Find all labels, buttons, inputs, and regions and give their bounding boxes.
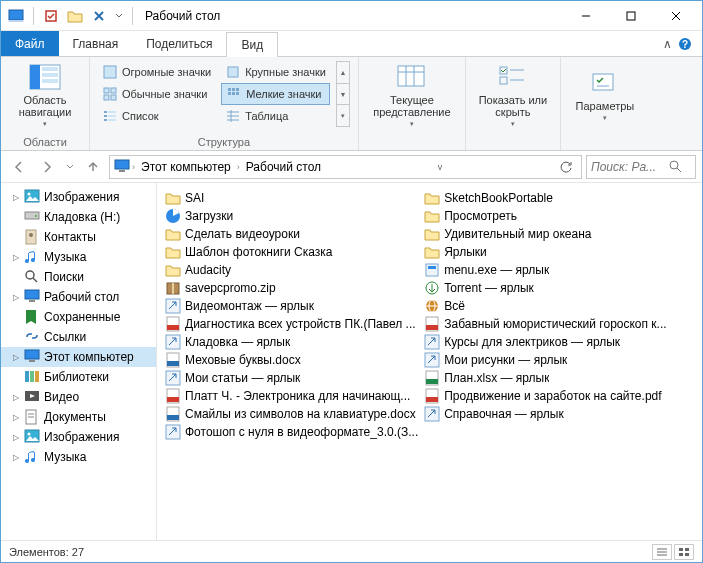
file-item[interactable]: Платт Ч. - Электроника для начинающ... — [165, 387, 424, 405]
tree-item[interactable]: Ссылки — [1, 327, 156, 347]
navigation-pane-button[interactable]: Область навигации ▾ — [9, 61, 81, 131]
file-item[interactable]: Видеомонтаж — ярлык — [165, 297, 424, 315]
breadcrumb[interactable]: › Этот компьютер › Рабочий стол v — [109, 155, 582, 179]
file-item[interactable]: Курсы для электриков — ярлык — [424, 333, 683, 351]
file-item[interactable]: Audacity — [165, 261, 424, 279]
tree-item-label: Библиотеки — [44, 370, 109, 384]
tree-item[interactable]: ▷Видео — [1, 387, 156, 407]
file-item[interactable]: План.xlsx — ярлык — [424, 369, 683, 387]
twisty-icon[interactable]: ▷ — [11, 253, 20, 262]
file-item[interactable]: Torrent — ярлык — [424, 279, 683, 297]
twisty-icon[interactable]: ▷ — [11, 293, 20, 302]
file-item[interactable]: Шаблон фотокниги Сказка — [165, 243, 424, 261]
twisty-icon[interactable]: ▷ — [11, 453, 20, 462]
file-item[interactable]: Загрузки — [165, 207, 424, 225]
collapse-ribbon-button[interactable]: ∧ — [663, 37, 672, 51]
twisty-icon[interactable]: ▷ — [11, 413, 20, 422]
qat-properties-button[interactable] — [40, 5, 62, 27]
file-item[interactable]: Справочная — ярлык — [424, 405, 683, 423]
tree-item[interactable]: Сохраненные — [1, 307, 156, 327]
tree-item[interactable]: ▷Документы — [1, 407, 156, 427]
file-item[interactable]: Кладовка — ярлык — [165, 333, 424, 351]
file-item[interactable]: Мои рисунки — ярлык — [424, 351, 683, 369]
up-button[interactable] — [81, 155, 105, 179]
search-box[interactable] — [586, 155, 696, 179]
twisty-icon[interactable]: ▷ — [11, 353, 20, 362]
file-item[interactable]: Диагностика всех устройств ПК.(Павел ... — [165, 315, 424, 333]
qat-dropdown-button[interactable] — [112, 5, 126, 27]
qat-new-folder-button[interactable] — [64, 5, 86, 27]
tab-share[interactable]: Поделиться — [132, 31, 226, 56]
forward-button[interactable] — [35, 155, 59, 179]
tree-item[interactable]: ▷Изображения — [1, 427, 156, 447]
tree-item[interactable]: ▷Рабочий стол — [1, 287, 156, 307]
file-item[interactable]: Меховые буквы.docx — [165, 351, 424, 369]
close-button[interactable] — [653, 2, 698, 30]
pc-icon — [114, 159, 130, 175]
file-item[interactable]: Ярлыки — [424, 243, 683, 261]
file-item[interactable]: Удивительный мир океана — [424, 225, 683, 243]
tree-item[interactable]: Кладовка (H:) — [1, 207, 156, 227]
chevron-right-icon[interactable]: › — [132, 162, 135, 172]
current-view-button[interactable]: Текущее представление ▾ — [367, 61, 457, 131]
svg-rect-28 — [232, 92, 235, 95]
layout-extra-large[interactable]: Огромные значки — [98, 61, 215, 83]
tree-item[interactable]: ▷Музыка — [1, 447, 156, 467]
file-item[interactable]: Фотошоп с нуля в видеоформате_3.0.(З... — [165, 423, 424, 441]
layout-small[interactable]: Мелкие значки — [221, 83, 330, 105]
view-icons-button[interactable] — [674, 544, 694, 560]
crumb-leaf[interactable]: Рабочий стол — [242, 160, 325, 174]
chevron-down-icon[interactable]: ▼ — [337, 84, 349, 106]
options-button[interactable]: Параметры ▾ — [569, 61, 641, 131]
layout-medium[interactable]: Обычные значки — [98, 83, 215, 105]
file-item[interactable]: Забавный юмористический гороскоп к... — [424, 315, 683, 333]
tree-item[interactable]: Библиотеки — [1, 367, 156, 387]
search-icon[interactable] — [669, 160, 682, 173]
expand-icon[interactable]: ▾ — [337, 105, 349, 126]
address-dropdown-button[interactable]: v — [434, 162, 447, 172]
file-list[interactable]: SAIЗагрузкиСделать видеоурокиШаблон фото… — [157, 183, 702, 540]
tab-view[interactable]: Вид — [226, 32, 278, 57]
show-hide-button[interactable]: Показать или скрыть ▾ — [474, 61, 552, 131]
file-item[interactable]: Мои статьи — ярлык — [165, 369, 424, 387]
maximize-button[interactable] — [608, 2, 653, 30]
search-input[interactable] — [591, 160, 669, 174]
docx-icon — [165, 406, 181, 422]
back-button[interactable] — [7, 155, 31, 179]
recent-locations-button[interactable] — [63, 155, 77, 179]
file-name: Сделать видеоуроки — [185, 227, 300, 241]
file-item[interactable]: SketchBookPortable — [424, 189, 683, 207]
svg-rect-93 — [425, 353, 439, 367]
qat-delete-button[interactable] — [88, 5, 110, 27]
layout-list[interactable]: Список — [98, 105, 215, 127]
tree-item[interactable]: ▷Изображения — [1, 187, 156, 207]
file-item[interactable]: Просмотреть — [424, 207, 683, 225]
help-button[interactable]: ? — [678, 37, 692, 51]
file-item[interactable]: savepcpromo.zip — [165, 279, 424, 297]
layout-scroll[interactable]: ▲ ▼ ▾ — [336, 61, 350, 127]
file-item[interactable]: SAI — [165, 189, 424, 207]
twisty-icon[interactable]: ▷ — [11, 433, 20, 442]
file-item[interactable]: Продвижение и заработок на сайте.pdf — [424, 387, 683, 405]
file-item[interactable]: menu.exe — ярлык — [424, 261, 683, 279]
view-details-button[interactable] — [652, 544, 672, 560]
tree-item[interactable]: ▷Музыка — [1, 247, 156, 267]
twisty-icon[interactable]: ▷ — [11, 393, 20, 402]
tab-home[interactable]: Главная — [59, 31, 133, 56]
minimize-button[interactable] — [563, 2, 608, 30]
navigation-tree[interactable]: ▷ИзображенияКладовка (H:)Контакты▷Музыка… — [1, 183, 157, 540]
chevron-up-icon[interactable]: ▲ — [337, 62, 349, 84]
file-item[interactable]: Всё — [424, 297, 683, 315]
tab-file[interactable]: Файл — [1, 31, 59, 56]
tree-item[interactable]: Поиски — [1, 267, 156, 287]
crumb-root[interactable]: Этот компьютер — [137, 160, 235, 174]
file-item[interactable]: Смайлы из символов на клавиатуре.docx — [165, 405, 424, 423]
tree-item[interactable]: Контакты — [1, 227, 156, 247]
layout-details[interactable]: Таблица — [221, 105, 330, 127]
tree-item[interactable]: ▷Этот компьютер — [1, 347, 156, 367]
file-item[interactable]: Сделать видеоуроки — [165, 225, 424, 243]
chevron-right-icon[interactable]: › — [237, 162, 240, 172]
twisty-icon[interactable]: ▷ — [11, 193, 20, 202]
refresh-button[interactable] — [555, 160, 577, 174]
layout-large[interactable]: Крупные значки — [221, 61, 330, 83]
